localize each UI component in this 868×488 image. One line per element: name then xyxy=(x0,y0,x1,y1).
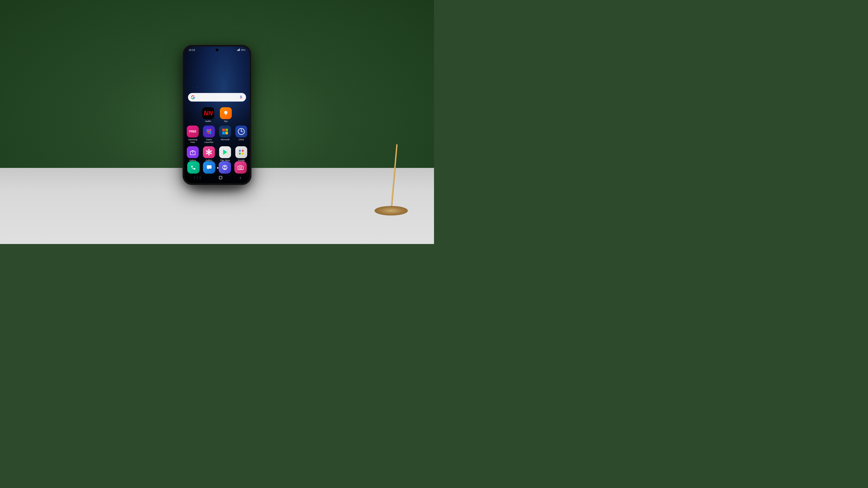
app-item-netflix[interactable]: N Netflix xyxy=(202,107,215,123)
svg-point-32 xyxy=(239,153,241,155)
svg-point-30 xyxy=(239,150,241,152)
app-item-samsung-free[interactable]: FREE Samsung Free xyxy=(187,126,199,144)
galaxy-store-icon xyxy=(187,146,199,158)
nav-home-button[interactable] xyxy=(218,175,223,180)
svg-rect-5 xyxy=(225,114,226,115)
svg-point-26 xyxy=(208,153,210,156)
clock-icon xyxy=(235,126,247,137)
app-row-1: N Netflix xyxy=(187,107,247,123)
gallery-icon xyxy=(203,146,215,158)
svg-rect-6 xyxy=(225,115,226,115)
status-time: 14:10 xyxy=(189,49,195,52)
dock xyxy=(187,161,247,173)
svg-point-33 xyxy=(242,153,244,155)
microsoft-label: Microsoft xyxy=(221,138,229,141)
mic-icon[interactable] xyxy=(239,95,243,99)
svg-point-12 xyxy=(210,131,211,132)
app-item-game-launcher[interactable]: Game Launcher xyxy=(203,126,215,144)
svg-point-15 xyxy=(210,132,211,134)
app-item-microsoft[interactable]: Microsoft xyxy=(219,126,231,144)
phone-dock-icon xyxy=(190,164,196,170)
dock-item-camera[interactable] xyxy=(235,161,247,173)
messages-dock-icon xyxy=(206,164,212,170)
netflix-icon: N xyxy=(202,107,214,119)
search-bar[interactable] xyxy=(188,93,246,102)
svg-rect-34 xyxy=(207,165,212,169)
app-item-tips[interactable]: Tips xyxy=(219,107,232,123)
svg-rect-0 xyxy=(237,50,238,51)
svg-point-21 xyxy=(192,152,193,153)
svg-rect-3 xyxy=(239,48,240,51)
play-store-icon xyxy=(219,146,231,158)
svg-rect-2 xyxy=(239,49,239,51)
phone-body: 14:10 45% xyxy=(183,45,251,185)
battery-text: 45% xyxy=(241,49,245,51)
dock-item-phone[interactable] xyxy=(187,161,199,173)
svg-point-7 xyxy=(207,129,208,131)
microsoft-icon xyxy=(219,126,231,137)
nav-recents-button[interactable]: ⋮⋮⋮ xyxy=(193,176,202,179)
tips-label: Tips xyxy=(224,120,228,123)
svg-rect-1 xyxy=(238,50,239,51)
samsung-free-icon: FREE xyxy=(187,126,199,137)
phone-screen: 14:10 45% xyxy=(184,46,250,183)
nav-back-button[interactable]: ‹ xyxy=(240,175,241,180)
camera-hole xyxy=(216,48,218,52)
app-row-2: FREE Samsung Free xyxy=(187,126,247,144)
svg-point-31 xyxy=(242,150,244,152)
nav-bar: ⋮⋮⋮ ‹ xyxy=(184,174,250,181)
svg-point-13 xyxy=(207,132,208,134)
bixby-dock-icon xyxy=(222,164,228,170)
svg-point-22 xyxy=(208,151,210,153)
phone-shadow xyxy=(191,183,243,192)
game-launcher-label: Game Launcher xyxy=(203,138,215,144)
clock-label: Clock xyxy=(239,138,244,141)
signal-icon xyxy=(237,48,240,52)
svg-point-9 xyxy=(210,129,211,131)
svg-point-10 xyxy=(207,131,208,132)
svg-point-37 xyxy=(240,167,242,169)
dock-item-bixby[interactable] xyxy=(219,161,231,173)
svg-point-19 xyxy=(241,131,242,132)
svg-rect-38 xyxy=(219,176,222,179)
svg-point-11 xyxy=(208,131,210,132)
tips-icon xyxy=(220,107,232,119)
lamp-base xyxy=(374,206,408,216)
status-icons: 45% xyxy=(237,48,245,52)
dock-item-messages[interactable] xyxy=(203,161,215,173)
google-g-icon xyxy=(191,95,195,99)
svg-point-36 xyxy=(224,166,225,167)
netflix-label: Netflix xyxy=(205,120,211,123)
svg-point-14 xyxy=(208,132,210,134)
game-launcher-icon xyxy=(203,126,215,137)
phone-device: 14:10 45% xyxy=(183,45,251,185)
samsung-free-label: Samsung Free xyxy=(187,138,199,144)
camera-dock-icon xyxy=(238,164,244,170)
svg-point-23 xyxy=(208,149,210,151)
svg-point-8 xyxy=(208,129,210,131)
app-item-clock[interactable]: Clock xyxy=(235,126,247,144)
google-app-icon xyxy=(235,146,247,158)
svg-point-4 xyxy=(224,111,227,114)
